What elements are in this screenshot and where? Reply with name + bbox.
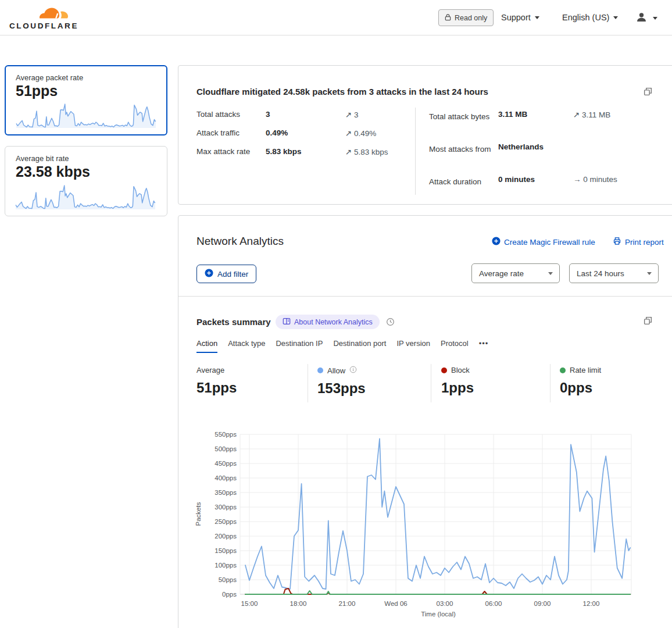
stat-rate-limit: Rate limit 0pps — [560, 366, 601, 396]
more-tabs-button[interactable]: ••• — [479, 339, 489, 353]
time-range-value: Last 24 hours — [577, 269, 624, 278]
packets-chart-svg: 0pps50pps100pps150pps200pps250pps300pps3… — [192, 428, 672, 628]
about-badge-label: About Network Analytics — [294, 318, 373, 326]
summary-row-attack-duration: Attack duration 0 minutes → 0 minutes — [429, 175, 667, 189]
packets-summary-title: Packets summary — [196, 317, 271, 327]
tab-destination-port[interactable]: Destination port — [333, 339, 386, 353]
tab-action[interactable]: Action — [196, 339, 217, 353]
svg-text:500pps: 500pps — [215, 445, 237, 452]
user-account-menu[interactable] — [635, 11, 657, 26]
packets-time-series-chart[interactable]: 0pps50pps100pps150pps200pps250pps300pps3… — [192, 428, 672, 628]
svg-text:03:00: 03:00 — [437, 600, 453, 607]
summary-trend: ↗ 3 — [345, 110, 359, 119]
summary-row-total-attack-bytes: Total attack bytes 3.11 MB ↗ 3.11 MB — [429, 110, 667, 124]
metric-select-value: Average rate — [479, 269, 524, 278]
cloudflare-logo[interactable]: CLOUDFLARE — [9, 3, 79, 33]
chevron-down-icon — [653, 17, 657, 20]
network-analytics-title: Network Analytics — [196, 235, 284, 248]
language-label: English (US) — [562, 13, 609, 22]
block-dot-icon — [441, 367, 447, 373]
svg-text:06:00: 06:00 — [485, 600, 502, 607]
tab-protocol[interactable]: Protocol — [441, 339, 469, 353]
cloudflare-analytics-page: CLOUDFLARE Read only Support English (US… — [0, 0, 672, 628]
svg-text:Time (local): Time (local) — [421, 611, 456, 618]
chevron-down-icon — [548, 272, 553, 275]
stat-value: 51pps — [196, 380, 237, 396]
stat-block: Block 1pps — [441, 366, 474, 396]
app-header: CLOUDFLARE Read only Support English (US… — [0, 0, 672, 35]
info-icon[interactable] — [349, 366, 357, 375]
rate-limit-dot-icon — [560, 367, 566, 373]
metric-select[interactable]: Average rate — [471, 263, 560, 283]
stat-value: 0pps — [560, 380, 601, 396]
summary-label: Total attack bytes — [429, 110, 498, 124]
support-menu[interactable]: Support — [501, 13, 539, 22]
packet-rate-sparkline — [15, 101, 157, 129]
clock-icon[interactable] — [386, 317, 395, 329]
stat-value: 1pps — [441, 380, 474, 396]
svg-text:09:00: 09:00 — [534, 600, 551, 607]
stat-divider — [550, 364, 551, 402]
about-network-analytics-badge[interactable]: About Network Analytics — [276, 315, 380, 329]
plus-circle-icon — [205, 269, 213, 279]
support-label: Support — [501, 13, 531, 22]
summary-row-most-attacks-from: Most attacks from Netherlands — [429, 142, 667, 156]
read-only-label: Read only — [455, 14, 487, 22]
summary-label: Most attacks from — [429, 142, 498, 156]
expand-card-icon[interactable] — [643, 316, 653, 328]
lock-icon — [445, 13, 451, 23]
svg-text:21:00: 21:00 — [339, 600, 356, 607]
summary-trend: ↗ 5.83 kbps — [345, 147, 388, 156]
cloudflare-logo-text: CLOUDFLARE — [9, 22, 78, 30]
tab-ip-version[interactable]: IP version — [396, 339, 430, 353]
create-magic-firewall-rule-link[interactable]: Create Magic Firewall rule — [492, 237, 595, 247]
time-range-select[interactable]: Last 24 hours — [569, 263, 659, 283]
metric-card-label: Average packet rate — [16, 73, 156, 82]
summary-value: Netherlands — [498, 142, 573, 156]
summary-value: 0 minutes — [498, 175, 573, 189]
svg-text:50pps: 50pps — [219, 576, 237, 583]
svg-text:550pps: 550pps — [215, 431, 237, 438]
create-rule-label: Create Magic Firewall rule — [504, 238, 595, 247]
chevron-down-icon — [613, 16, 618, 19]
svg-text:18:00: 18:00 — [290, 600, 307, 607]
summary-value: 3.11 MB — [498, 110, 573, 124]
user-icon — [635, 11, 648, 26]
metric-card-value: 23.58 kbps — [16, 163, 156, 180]
summary-label: Max attack rate — [196, 147, 266, 156]
metric-card-bit-rate[interactable]: Average bit rate 23.58 kbps — [5, 146, 167, 216]
add-filter-button[interactable]: Add filter — [196, 265, 256, 283]
tab-attack-type[interactable]: Attack type — [228, 339, 265, 353]
stat-label: Block — [451, 366, 470, 374]
stat-value: 153pps — [317, 380, 366, 397]
stat-allow: Allow 153pps — [317, 366, 366, 397]
book-icon — [283, 317, 291, 327]
stat-divider — [431, 364, 431, 402]
svg-text:15:00: 15:00 — [241, 600, 258, 607]
summary-trend: ↗ 3.11 MB — [573, 110, 610, 124]
network-analytics-card: Network Analytics Create Magic Firewall … — [178, 215, 672, 628]
svg-text:250pps: 250pps — [215, 518, 237, 525]
svg-text:400pps: 400pps — [215, 474, 237, 481]
language-menu[interactable]: English (US) — [562, 13, 618, 22]
attack-summary-title: Cloudflare mitigated 24.58k packets from… — [196, 87, 488, 97]
expand-card-icon[interactable] — [643, 87, 653, 99]
tab-destination-ip[interactable]: Destination IP — [276, 339, 323, 353]
metric-card-packet-rate[interactable]: Average packet rate 51pps — [5, 65, 167, 135]
print-report-link[interactable]: Print report — [613, 237, 664, 247]
svg-text:350pps: 350pps — [215, 489, 237, 496]
metric-card-value: 51pps — [16, 83, 156, 99]
add-filter-label: Add filter — [217, 270, 248, 279]
print-report-label: Print report — [625, 238, 664, 247]
svg-text:Packets: Packets — [195, 502, 202, 526]
summary-label: Total attacks — [196, 110, 266, 119]
svg-text:0pps: 0pps — [222, 591, 237, 598]
packets-summary-tabs: Action Attack type Destination IP Destin… — [196, 339, 488, 353]
summary-row-total-attacks: Total attacks 3 ↗ 3 — [196, 110, 412, 119]
stat-label: Average — [196, 366, 224, 374]
stat-average: Average 51pps — [196, 366, 237, 396]
section-divider — [178, 296, 672, 297]
summary-value: 3 — [266, 110, 345, 119]
stat-label: Rate limit — [570, 366, 601, 374]
summary-label: Attack traffic — [196, 129, 266, 138]
